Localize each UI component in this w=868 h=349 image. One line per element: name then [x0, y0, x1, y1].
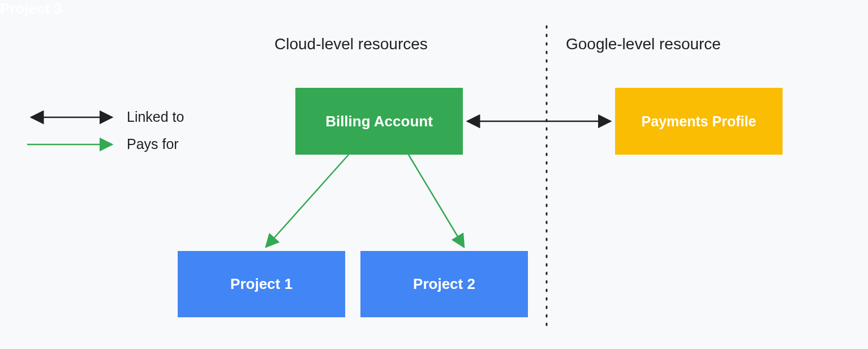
legend-pays-label: Pays for [127, 136, 179, 152]
project-3-ghost: Project 3 [0, 0, 868, 18]
heading-google-resource: Google-level resource [566, 35, 721, 53]
billing-account-box: Billing Account [295, 88, 463, 155]
connector-billing-project2 [409, 155, 464, 247]
connector-billing-project1 [266, 155, 349, 247]
payments-profile-box: Payments Profile [615, 88, 783, 155]
heading-cloud-resources: Cloud-level resources [274, 35, 428, 53]
legend-linked-label: Linked to [127, 109, 184, 125]
project-2-box: Project 2 [360, 251, 528, 317]
project-1-box: Project 1 [178, 251, 345, 317]
